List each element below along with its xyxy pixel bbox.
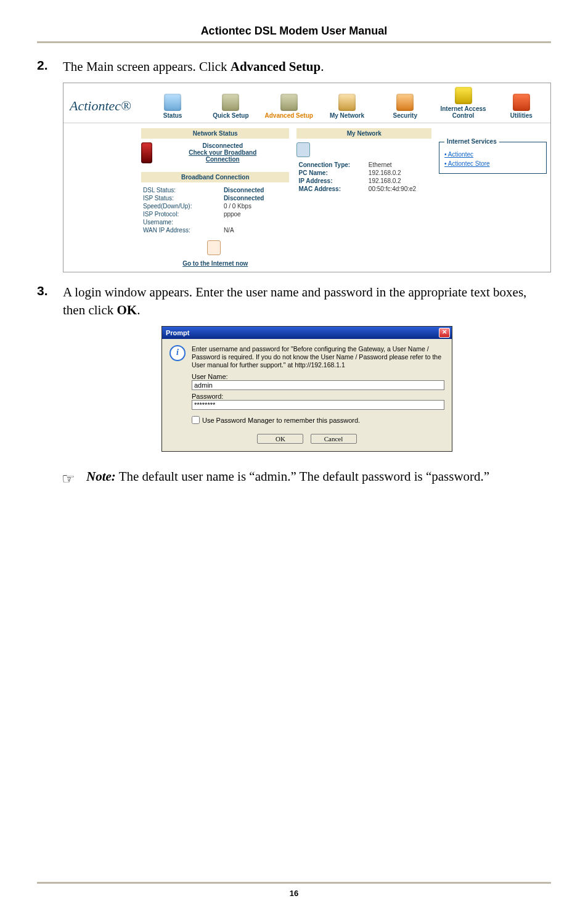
- tab-iac-label: Internet Access Control: [440, 105, 486, 119]
- home-icon: [164, 94, 181, 111]
- internet-services-legend: Internet Services: [444, 138, 499, 145]
- service-link-store[interactable]: • Actiontec Store: [444, 159, 541, 168]
- cancel-button[interactable]: Cancel: [311, 434, 357, 444]
- table-row: PC Name:192.168.0.2: [296, 169, 431, 177]
- tab-status[interactable]: Status: [144, 90, 202, 123]
- modem-nav: Actiontec® Status Quick Setup Advanced S…: [63, 83, 550, 123]
- footprint-icon: [207, 240, 221, 255]
- pcname-label: PC Name:: [296, 169, 366, 177]
- table-row: MAC Address:00:50:fc:4d:90:e2: [296, 185, 431, 193]
- remember-password-checkbox[interactable]: [192, 416, 200, 424]
- note-body: Note: The default user name is “admin.” …: [86, 468, 551, 485]
- manual-title: Actiontec DSL Modem User Manual: [37, 25, 551, 38]
- prompt-title-text: Prompt: [166, 329, 190, 336]
- step-3-body: A login window appears. Enter the user n…: [63, 283, 551, 319]
- network-icon: [338, 94, 356, 111]
- table-row: ISP Status:Disconnected: [141, 194, 289, 202]
- tab-security-label: Security: [393, 112, 417, 119]
- pcname-value: 192.168.0.2: [367, 169, 431, 177]
- step-2-number: 2.: [37, 58, 63, 75]
- my-network-heading: My Network: [296, 128, 431, 139]
- modem-logo: Actiontec®: [63, 89, 144, 123]
- computer-icon: [296, 142, 310, 157]
- step-3-bold: OK: [116, 303, 137, 317]
- ok-button[interactable]: OK: [257, 434, 303, 444]
- modem-status-screenshot: Actiontec® Status Quick Setup Advanced S…: [63, 83, 551, 272]
- username-label: Username:: [141, 218, 222, 226]
- table-row: Username:: [141, 218, 289, 226]
- info-icon: i: [169, 345, 186, 361]
- table-row: Speed(Down/Up):0 / 0 Kbps: [141, 202, 289, 210]
- step-2-text-a: The Main screen appears. Click: [63, 59, 231, 74]
- close-icon[interactable]: ✕: [439, 328, 450, 338]
- table-row: IP Address:192.168.0.2: [296, 177, 431, 185]
- wanip-label: WAN IP Address:: [141, 226, 222, 234]
- proto-value: pppoe: [222, 210, 290, 218]
- tab-quick-label: Quick Setup: [213, 112, 248, 119]
- tab-utilities[interactable]: Utilities: [492, 90, 550, 123]
- username-input[interactable]: [192, 380, 444, 390]
- lock-icon: [455, 87, 472, 104]
- conntype-value: Ethernet: [367, 161, 431, 169]
- wanip-value: N/A: [222, 226, 290, 234]
- shield-icon: [396, 94, 414, 111]
- prompt-titlebar: Prompt ✕: [162, 327, 452, 339]
- login-prompt-dialog: Prompt ✕ i Enter username and password f…: [161, 326, 452, 452]
- remember-password-label: Use Password Manager to remember this pa…: [202, 417, 360, 424]
- mynetwork-table: Connection Type:Ethernet PC Name:192.168…: [296, 161, 431, 193]
- check-line2: Connection: [206, 156, 240, 163]
- tab-my-network[interactable]: My Network: [318, 90, 376, 123]
- internet-services-panel: Internet Services • Actiontec • Actionte…: [435, 123, 550, 272]
- prompt-message: Enter username and password for "Before …: [192, 345, 444, 369]
- tools-icon: [280, 94, 298, 111]
- left-spacer: [63, 123, 137, 272]
- ipaddr-label: IP Address:: [296, 177, 366, 185]
- dsl-status-label: DSL Status:: [141, 186, 222, 194]
- tab-security[interactable]: Security: [376, 90, 434, 123]
- step-2-body: The Main screen appears. Click Advanced …: [63, 58, 324, 75]
- tab-status-label: Status: [163, 112, 182, 119]
- speed-value: 0 / 0 Kbps: [222, 202, 290, 210]
- speed-label: Speed(Down/Up):: [141, 202, 222, 210]
- step-3-text-b: .: [137, 303, 140, 317]
- check-broadband-link[interactable]: Check your Broadband Connection: [156, 149, 289, 163]
- service-link-actiontec[interactable]: • Actiontec: [444, 150, 541, 159]
- go-internet-link[interactable]: Go to the Internet now: [141, 260, 289, 267]
- table-row: DSL Status:Disconnected: [141, 186, 289, 194]
- network-status-heading: Network Status: [141, 128, 289, 139]
- check-line1: Check your Broadband: [189, 149, 256, 156]
- tab-advanced-setup[interactable]: Advanced Setup: [260, 90, 318, 123]
- broadband-table: DSL Status:Disconnected ISP Status:Disco…: [141, 186, 289, 234]
- disconnected-label: Disconnected: [156, 142, 289, 149]
- isp-status-value: Disconnected: [222, 194, 290, 202]
- mac-value: 00:50:fc:4d:90:e2: [367, 185, 431, 193]
- tab-internet-access-control[interactable]: Internet Access Control: [434, 83, 492, 123]
- page-number: 16: [37, 889, 551, 898]
- network-status-panel: Network Status Disconnected Check your B…: [137, 123, 293, 272]
- footer: 16: [37, 877, 551, 898]
- table-row: ISP Protocol:pppoe: [141, 210, 289, 218]
- password-input[interactable]: [192, 400, 444, 410]
- username-value: [222, 218, 290, 226]
- table-row: WAN IP Address:N/A: [141, 226, 289, 234]
- isp-status-label: ISP Status:: [141, 194, 222, 202]
- table-row: Connection Type:Ethernet: [296, 161, 431, 169]
- internet-services-box: Internet Services • Actiontec • Actionte…: [439, 142, 547, 174]
- title-rule: [37, 41, 551, 43]
- service-link-2-text: Actiontec Store: [448, 160, 490, 167]
- tab-quick-setup[interactable]: Quick Setup: [202, 90, 259, 123]
- mac-label: MAC Address:: [296, 185, 366, 193]
- footer-rule: [37, 882, 551, 884]
- pointing-hand-icon: ☞: [62, 469, 75, 489]
- step-2: 2. The Main screen appears. Click Advanc…: [37, 58, 551, 75]
- step-3: 3. A login window appears. Enter the use…: [37, 283, 551, 319]
- proto-label: ISP Protocol:: [141, 210, 222, 218]
- wizard-icon: [222, 94, 239, 111]
- ipaddr-value: 192.168.0.2: [367, 177, 431, 185]
- toolbox-icon: [513, 94, 530, 111]
- note-row: ☞ Note: The default user name is “admin.…: [62, 468, 551, 487]
- remember-password-row[interactable]: Use Password Manager to remember this pa…: [192, 416, 444, 424]
- tab-mynet-label: My Network: [330, 112, 364, 119]
- step-3-number: 3.: [37, 283, 63, 319]
- broadband-heading: Broadband Connection: [141, 172, 289, 182]
